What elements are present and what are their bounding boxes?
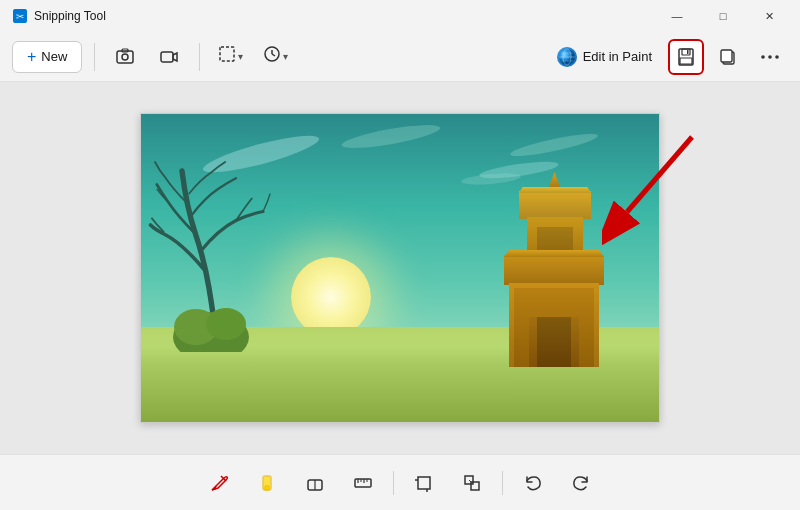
more-options-button[interactable] — [752, 39, 788, 75]
svg-point-28 — [206, 308, 246, 340]
svg-point-23 — [761, 55, 765, 59]
copy-button[interactable] — [710, 39, 746, 75]
screenshot-canvas — [140, 113, 660, 423]
svg-rect-20 — [687, 50, 689, 54]
bottom-toolbar — [0, 454, 800, 510]
edit-in-paint-label: Edit in Paint — [583, 49, 652, 64]
window-controls: — □ ✕ — [654, 0, 792, 32]
highlight-tool-button[interactable] — [249, 465, 285, 501]
svg-marker-6 — [173, 53, 177, 61]
new-button[interactable]: + New — [12, 41, 82, 73]
delay-button[interactable]: ▾ — [257, 41, 294, 72]
save-button[interactable] — [668, 39, 704, 75]
window-title: Snipping Tool — [34, 9, 106, 23]
pen-tool-button[interactable] — [201, 465, 237, 501]
edit-in-paint-button[interactable]: Edit in Paint — [547, 43, 662, 71]
svg-rect-22 — [721, 50, 732, 62]
close-button[interactable]: ✕ — [746, 0, 792, 32]
delay-chevron-icon: ▾ — [283, 51, 288, 62]
toolbar-separator-1 — [94, 43, 95, 71]
toolbar-separator-2 — [199, 43, 200, 71]
title-bar: ✂ Snipping Tool — □ ✕ — [0, 0, 800, 32]
svg-rect-2 — [117, 51, 133, 63]
svg-line-10 — [272, 54, 275, 56]
bush-left — [171, 292, 251, 352]
clock-icon — [263, 45, 281, 68]
toolbar-right: Edit in Paint — [547, 39, 788, 75]
main-content — [0, 82, 800, 454]
svg-point-24 — [768, 55, 772, 59]
snip-icon — [218, 45, 236, 68]
pagoda — [479, 187, 629, 367]
svg-rect-7 — [220, 47, 234, 61]
snip-chevron-icon: ▾ — [238, 51, 243, 62]
svg-rect-45 — [471, 482, 479, 490]
screenshot-button[interactable] — [107, 39, 143, 75]
minimize-button[interactable]: — — [654, 0, 700, 32]
cloud-5 — [509, 130, 600, 160]
pagoda-main-body — [509, 283, 599, 367]
main-toolbar: + New ▾ ▾ — [0, 32, 800, 82]
video-button[interactable] — [151, 39, 187, 75]
pagoda-tier2-roof — [504, 255, 604, 285]
svg-rect-44 — [465, 476, 473, 484]
paint-globe-icon — [557, 47, 577, 67]
app-icon: ✂ — [12, 8, 28, 24]
scene — [141, 114, 659, 422]
svg-point-3 — [122, 54, 128, 60]
svg-rect-33 — [265, 486, 269, 490]
pagoda-tier1-roof — [519, 191, 591, 219]
svg-text:✂: ✂ — [16, 11, 24, 22]
svg-rect-36 — [355, 479, 371, 487]
cloud-4 — [461, 171, 522, 186]
svg-rect-19 — [680, 58, 692, 64]
svg-rect-17 — [679, 49, 693, 65]
cloud-3 — [340, 120, 441, 152]
undo-button[interactable] — [515, 465, 551, 501]
bottom-toolbar-separator-1 — [393, 471, 394, 495]
svg-line-46 — [469, 480, 471, 482]
plus-icon: + — [27, 48, 36, 66]
ruler-tool-button[interactable] — [345, 465, 381, 501]
svg-point-25 — [775, 55, 779, 59]
transform-tool-button[interactable] — [454, 465, 490, 501]
title-bar-left: ✂ Snipping Tool — [12, 8, 106, 24]
svg-rect-5 — [161, 52, 173, 62]
redo-button[interactable] — [563, 465, 599, 501]
bottom-toolbar-separator-2 — [502, 471, 503, 495]
crop-tool-button[interactable] — [406, 465, 442, 501]
snip-mode-button[interactable]: ▾ — [212, 41, 249, 72]
eraser-tool-button[interactable] — [297, 465, 333, 501]
maximize-button[interactable]: □ — [700, 0, 746, 32]
svg-rect-41 — [418, 477, 430, 489]
new-label: New — [41, 49, 67, 64]
svg-rect-18 — [682, 49, 690, 55]
